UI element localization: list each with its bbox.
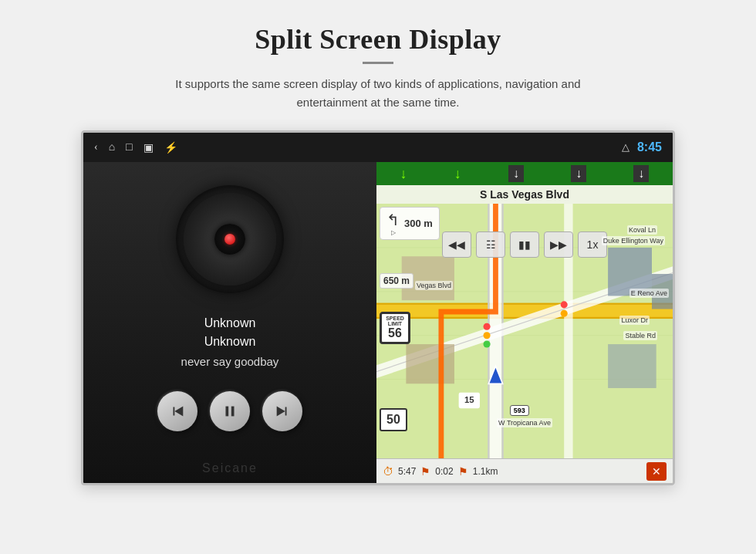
road-label-tropicana: W Tropicana Ave xyxy=(497,418,552,427)
svg-rect-23 xyxy=(608,344,656,388)
turn-distance: 300 m xyxy=(404,218,433,230)
svg-rect-21 xyxy=(406,344,454,383)
pause-icon xyxy=(221,403,238,420)
status-bar: ‹ ⌂ □ ▣ ⚡ △ 8:45 xyxy=(83,133,673,162)
page-title: Split Screen Display xyxy=(255,23,501,56)
next-button[interactable] xyxy=(262,391,302,431)
music-artist: Unknown xyxy=(181,316,279,330)
nav-skip-back-btn[interactable]: ◀◀ xyxy=(442,231,471,258)
prev-icon xyxy=(169,403,186,420)
music-controls xyxy=(157,391,302,431)
nav-map-area: 15 ↰ ▷ 300 m xyxy=(376,204,673,458)
road-label-stable: Stable Rd xyxy=(623,331,657,340)
music-watermark: Seicane xyxy=(83,461,376,475)
nav-distance-remaining: 1.1km xyxy=(473,466,498,477)
route-shield-593: 593 xyxy=(510,405,529,416)
square-icon[interactable]: □ xyxy=(126,141,132,154)
usb-icon[interactable]: ⚡ xyxy=(164,141,177,154)
nav-skip-fwd-btn[interactable]: ▶▶ xyxy=(544,231,573,258)
device-frame: ‹ ⌂ □ ▣ ⚡ △ 8:45 Unknown Unknown never xyxy=(81,130,675,485)
svg-marker-4 xyxy=(277,407,285,417)
music-track: never say goodbay xyxy=(181,355,279,368)
svg-point-31 xyxy=(484,341,491,348)
nav-grid-btn[interactable]: ☷ xyxy=(476,231,505,258)
album-art-inner xyxy=(214,224,245,255)
flag-icon: ⚑ xyxy=(420,465,430,478)
road-label-luxor: Luxor Dr xyxy=(619,316,650,325)
album-art xyxy=(176,185,284,293)
svg-text:15: 15 xyxy=(464,395,474,404)
music-album: Unknown xyxy=(181,335,279,349)
next-icon xyxy=(274,403,291,420)
distance-box: 650 m xyxy=(380,273,413,289)
status-clock: 8:45 xyxy=(637,140,662,154)
pause-button[interactable] xyxy=(210,391,250,431)
music-panel: Unknown Unknown never say goodbay xyxy=(83,162,376,483)
nav-arrow-2: ↓ xyxy=(454,166,461,182)
music-info: Unknown Unknown never say goodbay xyxy=(181,316,279,368)
nav-arrow-1: ↓ xyxy=(400,166,407,182)
speed-limit-value: 56 xyxy=(382,326,408,340)
svg-marker-0 xyxy=(174,407,175,416)
title-divider xyxy=(363,62,393,64)
nav-arrow-box-3: ↓ xyxy=(633,165,649,182)
nav-arrow-box-1: ↓ xyxy=(508,165,524,182)
nav-bottom-bar: ⏱ 5:47 ⚑ 0:02 ⚑ 1.1km ✕ xyxy=(376,458,673,483)
record-center xyxy=(224,234,235,245)
speed-limit-label: SPEEDLIMIT xyxy=(382,316,408,326)
nav-close-button[interactable]: ✕ xyxy=(646,462,667,481)
speed-limit-sign: SPEEDLIMIT 56 xyxy=(380,312,410,344)
road-label-reno: E Reno Ave xyxy=(629,289,669,298)
svg-rect-12 xyxy=(376,303,673,305)
nav-route-time: 0:02 xyxy=(435,466,453,477)
svg-rect-2 xyxy=(226,407,229,417)
speed-display: 50 xyxy=(380,408,407,431)
road-label-duke: Duke Ellington Way xyxy=(602,236,665,245)
split-content: Unknown Unknown never say goodbay xyxy=(83,162,673,483)
status-right: △ 8:45 xyxy=(622,140,662,154)
nav-panel: ↓ ↓ ↓ ↓ ↓ S Las Vegas Blvd xyxy=(376,162,673,483)
back-icon[interactable]: ‹ xyxy=(94,141,98,154)
image-icon[interactable]: ▣ xyxy=(143,141,154,154)
subtitle: It supports the same screen display of t… xyxy=(139,75,617,112)
svg-point-30 xyxy=(484,332,491,339)
nav-street-name: S Las Vegas Blvd xyxy=(376,185,673,204)
svg-marker-1 xyxy=(174,407,183,417)
nav-top-bar: ↓ ↓ ↓ ↓ ↓ xyxy=(376,162,673,185)
clock-icon: ⏱ xyxy=(383,465,393,478)
svg-point-33 xyxy=(561,310,568,317)
nav-arrow-box-2: ↓ xyxy=(571,165,586,182)
svg-rect-3 xyxy=(231,407,235,417)
road-label-koval: Koval Ln xyxy=(627,225,657,235)
road-label-vegas: Vegas Blvd xyxy=(415,281,453,290)
prev-button[interactable] xyxy=(157,391,197,431)
home-icon[interactable]: ⌂ xyxy=(109,141,115,154)
svg-point-29 xyxy=(484,323,491,330)
triangle-icon: △ xyxy=(622,141,629,154)
svg-point-32 xyxy=(561,301,568,308)
nav-pause-btn[interactable]: ▮▮ xyxy=(510,231,539,258)
nav-time-elapsed: 5:47 xyxy=(398,466,416,477)
flag-icon-2: ⚑ xyxy=(458,465,468,478)
svg-marker-5 xyxy=(285,407,287,416)
nav-icons: ‹ ⌂ □ ▣ ⚡ xyxy=(94,141,611,154)
